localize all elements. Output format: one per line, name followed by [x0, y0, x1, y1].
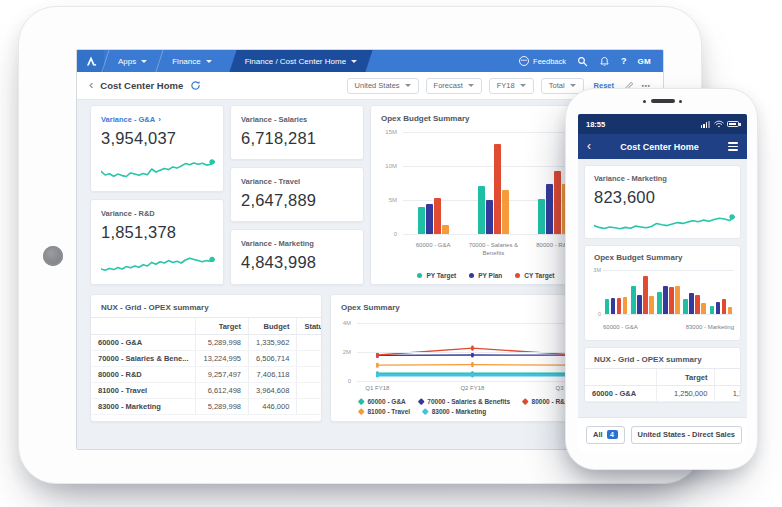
nav-item-finance[interactable]: Finance [161, 50, 222, 72]
legend-item[interactable]: CY Target [515, 272, 554, 279]
table-cell: 3,964,608 [249, 383, 297, 399]
y-axis: 3M0 [590, 270, 601, 314]
table-cell: 6,612,498 [196, 383, 249, 399]
legend-item[interactable]: 81000 - Travel [359, 408, 410, 415]
caret-down-icon [351, 60, 357, 63]
bar [486, 200, 493, 234]
kpi-label: Variance - Marketing [241, 239, 353, 248]
bar [695, 295, 700, 314]
legend-item[interactable]: 60000 - G&A [359, 398, 406, 405]
bar [418, 207, 425, 234]
table-cell [297, 335, 322, 351]
phone-content: Variance - Marketing 823,600 Opex Budget… [578, 159, 747, 451]
chart-title: Opex Budget Summary [381, 114, 469, 123]
y-axis-tick: 0 [335, 378, 351, 384]
column-header[interactable]: Budget [249, 318, 297, 335]
filter-dropdown-region[interactable]: United States [347, 78, 419, 94]
all-filter-chip[interactable]: All 4 [586, 426, 625, 444]
feedback-button[interactable]: ••• Feedback [519, 56, 566, 66]
y-axis: 4M2M0 [335, 323, 351, 381]
table-cell [297, 351, 322, 367]
sparkline-chart [594, 210, 735, 236]
notifications-icon[interactable] [599, 56, 610, 67]
caret-down-icon [141, 60, 147, 63]
kpi-link[interactable]: Variance - G&A › [101, 115, 213, 124]
search-icon[interactable] [577, 56, 588, 67]
avatar[interactable]: GM [638, 57, 652, 66]
kpi-label: Variance - Salaries [241, 115, 353, 124]
legend-item[interactable]: 80000 - R&D [523, 398, 569, 405]
bar-group [682, 270, 708, 314]
kpi-value: 4,843,998 [241, 253, 353, 272]
back-button[interactable]: ‹ [89, 78, 93, 91]
legend-label: 81000 - Travel [368, 408, 411, 415]
table-row: 81000 - Travel6,612,4983,964,608 [91, 383, 322, 399]
phone-filter-bar: All 4 United States - Direct Sales Forec… [578, 417, 747, 451]
filter-label: FY18 [497, 81, 515, 90]
sparkline-chart [101, 246, 215, 280]
column-header[interactable] [91, 318, 196, 335]
legend-marker [358, 398, 364, 404]
bar [631, 286, 636, 314]
caret-down-icon [468, 84, 474, 87]
x-axis: 60000 - G&A83000 - Marketing [599, 324, 738, 333]
column-header[interactable] [585, 369, 656, 386]
column-header[interactable]: Budget [715, 369, 741, 386]
y-axis-tick: 2M [335, 349, 351, 355]
kpi-card-variance-travel: Variance - Travel 2,647,889 [230, 167, 364, 222]
region-filter-chip[interactable]: United States - Direct Sales [631, 426, 743, 444]
kpi-label: Variance - R&D [101, 209, 213, 218]
column-header[interactable]: Target [656, 369, 715, 386]
filter-dropdown-version[interactable]: Forecast [426, 78, 482, 94]
kpi-value: 823,600 [594, 188, 731, 207]
chart-legend: 60000 - G&A70000 - Salaries & Benefits80… [359, 395, 569, 415]
legend-row: 81000 - Travel83000 - Marketing [359, 408, 569, 415]
table-row: 80000 - R&D9,257,4977,406,118 [91, 367, 322, 383]
x-axis-label: 60000 - G&A [599, 324, 642, 333]
y-axis: 15M10M5M0 [375, 132, 397, 234]
menu-icon[interactable] [728, 142, 738, 151]
kpi-label: Variance - G&A [101, 115, 155, 124]
filter-dropdown-year[interactable]: FY18 [489, 78, 534, 94]
help-icon[interactable]: ? [621, 56, 627, 66]
phone-speaker [651, 99, 675, 103]
kpi-value: 6,718,281 [241, 129, 353, 148]
refresh-icon[interactable] [190, 80, 201, 91]
header-row: TargetBudget [585, 369, 741, 386]
table-cell [297, 367, 322, 383]
phone-nav-bar: ‹ Cost Center Home [578, 134, 747, 159]
table-row: 60000 - G&A1,250,0001,335,962 [585, 386, 741, 402]
table-row: 60000 - G&A5,289,9981,335,962 [91, 335, 322, 351]
phone-status-bar: 18:55 [578, 114, 747, 134]
breadcrumb[interactable]: Finance / Cost Center Home [229, 50, 373, 72]
bar [617, 298, 622, 314]
x-axis-label [642, 324, 655, 333]
kpi-card-variance-marketing: Variance - Marketing 4,843,998 [230, 229, 364, 285]
legend-label: 60000 - G&A [368, 398, 406, 405]
y-axis-tick: 15M [375, 129, 397, 135]
bar-group [603, 270, 629, 314]
status-icons [701, 120, 739, 128]
legend-item[interactable]: PY Plan [469, 272, 502, 279]
clock: 18:55 [586, 120, 605, 129]
filter-dropdown-period[interactable]: Total [541, 78, 584, 94]
column-header[interactable]: Status [297, 318, 322, 335]
scene: Apps Finance Finance / Cost Center Home … [0, 0, 782, 507]
legend-item[interactable]: 83000 - Marketing [423, 408, 486, 415]
nux-grid-card: NUX - Grid - OPEX summary TargetBudgetSt… [90, 294, 322, 422]
header-row: TargetBudgetStatus [91, 318, 322, 335]
legend-item[interactable]: PY Target [417, 272, 456, 279]
legend-label: 70000 - Salaries & Benefits [427, 398, 510, 405]
caret-down-icon [570, 84, 576, 87]
logo-glyph [85, 55, 97, 67]
filter-label: United States [355, 81, 400, 90]
caret-down-icon [206, 60, 212, 63]
column-header[interactable]: Target [196, 318, 249, 335]
legend-item[interactable]: 70000 - Salaries & Benefits [419, 398, 510, 405]
kpi-label-text: Variance - R&D [101, 209, 155, 218]
chevron-right-icon: › [158, 115, 161, 124]
table-cell: 83000 - Marketing [91, 399, 196, 415]
nav-item-apps[interactable]: Apps [107, 50, 158, 72]
anaplan-logo-icon[interactable] [77, 50, 104, 72]
table-cell: 81000 - Travel [91, 383, 196, 399]
